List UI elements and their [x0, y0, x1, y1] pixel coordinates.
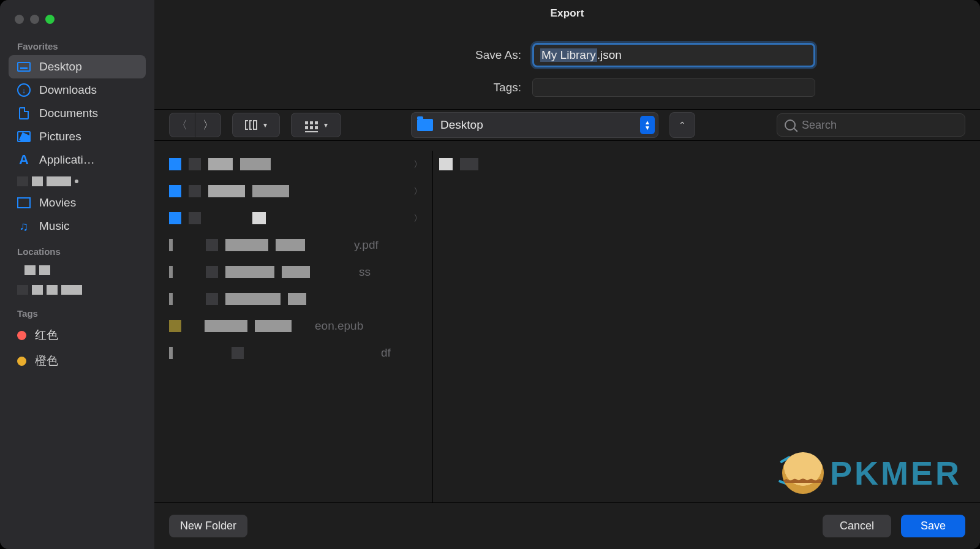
pixelated-label — [32, 176, 78, 186]
pixelated-icon — [17, 176, 28, 186]
sidebar-item-label: Music — [39, 219, 70, 233]
expand-button[interactable]: ⌃ — [669, 112, 695, 138]
sidebar-item-label: Pictures — [39, 130, 81, 143]
file-row[interactable]: df — [169, 339, 432, 366]
file-name-partial: df — [381, 346, 391, 360]
file-icon — [169, 320, 181, 332]
file-column-2 — [432, 151, 604, 502]
sidebar-item-label: Downloads — [39, 83, 97, 97]
forward-button[interactable]: 〉 — [195, 113, 221, 137]
pictures-icon — [17, 130, 31, 143]
tags-label: Tags: — [319, 81, 521, 94]
folder-icon — [169, 212, 181, 224]
file-row[interactable]: 〉 — [169, 205, 432, 232]
file-row[interactable] — [169, 286, 432, 312]
file-name-partial: eon.epub — [315, 319, 363, 333]
desktop-icon — [17, 60, 31, 74]
search-placeholder: Search — [802, 119, 837, 132]
view-columns-button[interactable]: ▾ — [232, 113, 280, 137]
sidebar-item-label: Applicati… — [39, 153, 95, 167]
toolbar: 〈 〉 ▾ ▾ Desktop ▲▼ ⌃ Searc — [154, 109, 980, 141]
file-icon — [439, 158, 453, 170]
favorites-heading: Favorites — [9, 41, 146, 55]
save-button[interactable]: Save — [901, 515, 965, 537]
new-folder-button[interactable]: New Folder — [169, 515, 247, 537]
dialog-footer: New Folder Cancel Save — [154, 502, 980, 549]
search-icon — [785, 119, 796, 131]
pixelated-label — [24, 265, 50, 275]
sidebar-item-applications[interactable]: A Applicati… — [9, 148, 146, 172]
document-icon — [17, 107, 31, 120]
sidebar-location-2[interactable] — [9, 280, 146, 300]
file-row[interactable]: ss — [169, 259, 432, 286]
sidebar-item-label: Documents — [39, 107, 98, 120]
folder-icon — [169, 185, 181, 197]
filename-selected: My Library — [540, 48, 597, 62]
main-panel: Export Save As: My Library.json Tags: 〈 … — [154, 0, 980, 549]
sidebar-item-label: Movies — [39, 196, 76, 210]
chevron-up-icon: ⌃ — [679, 120, 686, 130]
chevron-right-icon: 〉 — [413, 213, 423, 224]
window-controls — [0, 6, 154, 32]
location-dropdown[interactable]: Desktop ▲▼ — [411, 112, 658, 138]
finder-sidebar: Favorites Desktop ↓ Downloads Documents … — [0, 0, 154, 549]
file-row[interactable]: 〉 — [169, 151, 432, 178]
minimize-window-icon[interactable] — [30, 15, 39, 24]
close-window-icon[interactable] — [15, 15, 24, 24]
sidebar-item-desktop[interactable]: Desktop — [9, 55, 146, 78]
chevron-down-icon: ▾ — [324, 121, 328, 129]
applications-icon: A — [17, 153, 31, 167]
movies-icon — [17, 196, 31, 210]
save-form: Save As: My Library.json Tags: — [154, 27, 980, 107]
pixelated-label — [32, 285, 82, 295]
sidebar-tag-red[interactable]: 红色 — [9, 322, 146, 348]
sidebar-item-downloads[interactable]: ↓ Downloads — [9, 78, 146, 102]
search-field[interactable]: Search — [777, 113, 965, 137]
sidebar-item-label: 红色 — [35, 327, 58, 343]
sidebar-item-pictures[interactable]: Pictures — [9, 125, 146, 148]
filename-ext: .json — [597, 48, 622, 62]
save-as-label: Save As: — [319, 48, 521, 62]
grid-icon — [305, 121, 318, 129]
orange-tag-icon — [17, 357, 26, 366]
file-name-partial: ss — [359, 265, 371, 279]
location-name: Desktop — [440, 118, 633, 132]
file-row[interactable] — [439, 151, 604, 178]
sidebar-item-movies[interactable]: Movies — [9, 191, 146, 214]
back-button[interactable]: 〈 — [169, 113, 195, 137]
sidebar-item-documents[interactable]: Documents — [9, 102, 146, 125]
sidebar-item-custom[interactable] — [9, 172, 146, 191]
chevron-right-icon: 〉 — [413, 159, 423, 170]
file-row[interactable]: y.pdf — [169, 232, 432, 259]
save-as-input[interactable]: My Library.json — [532, 43, 815, 67]
folder-icon — [169, 158, 181, 170]
file-column: 〉 〉 〉 y.pdf — [169, 151, 432, 502]
file-row[interactable]: eon.epub — [169, 312, 432, 339]
sidebar-location-1[interactable] — [9, 260, 146, 280]
tags-heading: Tags — [9, 308, 146, 322]
folder-icon — [417, 119, 433, 131]
red-tag-icon — [17, 331, 26, 340]
pixelated-icon — [17, 285, 28, 295]
chevron-down-icon: ▾ — [263, 121, 267, 129]
sidebar-item-label: 橙色 — [35, 353, 58, 369]
file-browser: 〉 〉 〉 y.pdf — [154, 141, 980, 502]
sidebar-item-label: Desktop — [39, 60, 82, 74]
cancel-button[interactable]: Cancel — [823, 515, 891, 537]
tags-input[interactable] — [532, 78, 815, 97]
locations-heading: Locations — [9, 246, 146, 260]
sidebar-item-music[interactable]: ♫ Music — [9, 214, 146, 238]
chevron-right-icon: 〉 — [413, 186, 423, 197]
export-dialog: Favorites Desktop ↓ Downloads Documents … — [0, 0, 980, 549]
nav-back-forward: 〈 〉 — [169, 113, 221, 137]
view-grid-button[interactable]: ▾ — [291, 113, 341, 137]
columns-icon — [245, 120, 257, 130]
file-name-partial: y.pdf — [354, 238, 379, 252]
zoom-window-icon[interactable] — [45, 15, 55, 24]
downloads-icon: ↓ — [17, 83, 31, 97]
music-icon: ♫ — [17, 219, 31, 233]
file-row[interactable]: 〉 — [169, 178, 432, 205]
window-title: Export — [154, 0, 980, 27]
sidebar-tag-orange[interactable]: 橙色 — [9, 348, 146, 374]
updown-icon: ▲▼ — [640, 116, 655, 134]
